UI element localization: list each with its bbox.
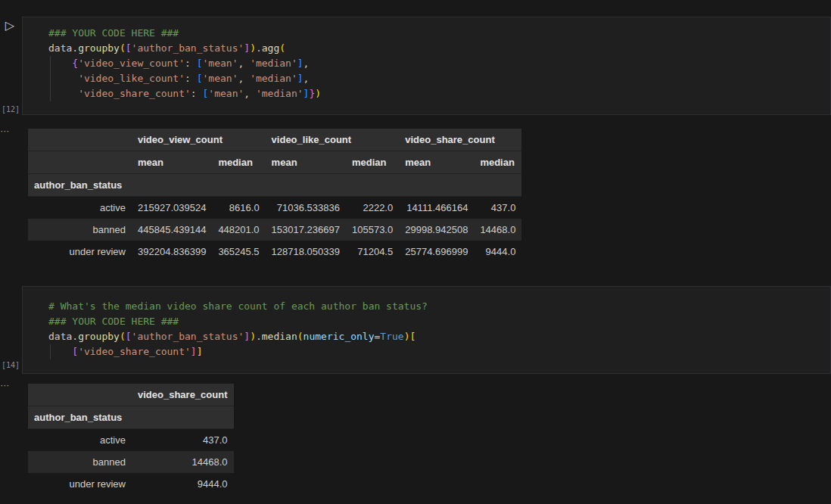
code-token-b3: [ — [197, 73, 203, 84]
code-token-tx: data. — [48, 331, 78, 342]
column-group-header: video_share_count — [132, 384, 234, 406]
output-actions-ellipsis-1[interactable]: ··· — [1, 128, 10, 135]
value-cell: 2222.0 — [346, 197, 399, 219]
value-cell: 71204.5 — [346, 241, 399, 263]
value-cell: 25774.696999 — [399, 241, 474, 263]
table-row: under review9444.0 — [28, 473, 234, 495]
code-token-fn: groupby — [78, 331, 120, 342]
code-token-b2: ] — [244, 331, 250, 342]
code-token-st: 'mean' — [208, 88, 244, 99]
code-token-b2: ] — [191, 346, 197, 357]
code-token-cm: ### YOUR CODE HERE ### — [48, 27, 179, 39]
column-group-header: video_like_count — [266, 129, 400, 151]
code-token-st: 'video_view_count' — [78, 58, 185, 69]
code-token-tx: data. — [48, 42, 78, 54]
code-token-tx: : — [191, 88, 203, 99]
code-token-b3: [ — [197, 58, 203, 69]
code-token-tx: , — [238, 58, 250, 69]
column-subheader: median — [212, 151, 265, 174]
table-header: video_view_countvideo_like_countvideo_sh… — [28, 129, 521, 197]
code-cell-2[interactable]: # What's the median video share count of… — [22, 286, 831, 374]
code-token-pm: numeric_only — [303, 331, 375, 342]
value-cell: 29998.942508 — [399, 219, 474, 241]
code-token-tx: . — [256, 42, 262, 54]
code-token-tx — [48, 88, 78, 99]
value-cell: 14111.466164 — [399, 197, 474, 219]
code-token-b1: ( — [279, 42, 285, 54]
code-token-tx — [48, 346, 72, 357]
column-subheader: median — [346, 151, 399, 174]
value-cell: 9444.0 — [132, 473, 234, 495]
code-token-b1: ( — [120, 331, 126, 342]
code-token-st: 'median' — [256, 88, 303, 99]
row-index-cell: under review — [28, 241, 132, 263]
code-token-b1: ) — [315, 88, 321, 99]
code-token-b1: ] — [197, 346, 203, 357]
code-token-b2: [ — [126, 42, 132, 54]
code-line: 'video_like_count': ['mean', 'median'], — [48, 71, 830, 86]
table-body: active215927.0395248616.071036.533836222… — [28, 197, 521, 263]
code-line: 'video_share_count': ['mean', 'median']}… — [48, 86, 830, 101]
code-editor-2[interactable]: # What's the median video share count of… — [23, 287, 830, 359]
code-token-st: 'video_like_count' — [78, 73, 185, 84]
value-cell: 9444.0 — [474, 241, 521, 263]
row-index-cell: active — [28, 429, 132, 452]
code-token-tx: , — [244, 88, 256, 99]
code-line: data.groupby(['author_ban_status']).medi… — [48, 329, 830, 344]
dataframe-agg: video_view_countvideo_like_countvideo_sh… — [28, 129, 521, 263]
table-row: active215927.0395248616.071036.533836222… — [28, 197, 521, 219]
table-row: under review392204.836399365245.5128718.… — [28, 241, 521, 263]
code-token-cm: # What's the median video share count of… — [48, 300, 428, 312]
value-cell: 365245.5 — [212, 241, 265, 263]
value-cell: 215927.039524 — [132, 197, 212, 219]
code-line: ### YOUR CODE HERE ### — [48, 314, 830, 329]
code-token-tx: : — [185, 73, 197, 84]
code-token-b1: ) — [250, 42, 256, 54]
code-token-b1: ) — [250, 331, 256, 342]
execution-count-cell1: [12] — [2, 105, 20, 114]
code-token-b1: ( — [120, 42, 126, 54]
value-cell: 14468.0 — [474, 219, 521, 241]
table-row: banned445845.439144448201.0153017.236697… — [28, 219, 521, 241]
code-editor-1[interactable]: ### YOUR CODE HERE ###data.groupby(['aut… — [23, 17, 830, 101]
code-token-b2: ] — [244, 42, 250, 54]
run-cell-button[interactable]: ▷ — [2, 18, 17, 33]
column-subheader: mean — [132, 151, 212, 174]
code-cell-1[interactable]: ### YOUR CODE HERE ###data.groupby(['aut… — [22, 17, 831, 115]
output-table-agg: video_view_countvideo_like_countvideo_sh… — [28, 129, 521, 263]
value-cell: 448201.0 — [212, 219, 265, 241]
column-group-header: video_view_count — [132, 129, 266, 151]
code-token-b3: ] — [297, 58, 303, 69]
code-token-fn: agg — [262, 42, 279, 54]
table-row: active437.0 — [28, 429, 234, 452]
code-token-st: 'mean' — [203, 58, 238, 69]
dataframe-median: video_share_countauthor_ban_statusactive… — [28, 384, 234, 495]
code-token-fn: groupby — [78, 42, 120, 54]
value-cell: 105573.0 — [346, 219, 399, 241]
value-cell: 14468.0 — [132, 451, 234, 473]
code-token-fn: median — [262, 331, 297, 342]
column-subheader: mean — [266, 151, 346, 174]
code-line: {'video_view_count': ['mean', 'median'], — [48, 56, 830, 71]
code-token-tx — [48, 73, 78, 84]
code-line: # What's the median video share count of… — [48, 299, 830, 314]
table-header: video_share_countauthor_ban_status — [28, 384, 234, 429]
code-token-st: 'video_share_count' — [78, 346, 191, 357]
code-token-b3: ] — [297, 73, 303, 84]
notebook-page: ▷ [12] ··· [14] ··· ### YOUR CODE HERE #… — [0, 0, 831, 504]
column-subheader: mean — [399, 151, 474, 174]
row-index-cell: banned — [28, 451, 132, 473]
code-token-st: 'median' — [250, 73, 297, 84]
indent-guide — [50, 344, 51, 359]
output-actions-ellipsis-2[interactable]: ··· — [1, 382, 10, 390]
row-index-cell: active — [28, 197, 132, 219]
value-cell: 128718.050339 — [266, 241, 346, 263]
code-token-st: 'author_ban_status' — [132, 42, 244, 54]
header-spacer — [28, 129, 132, 151]
code-token-tx: , — [238, 73, 250, 84]
value-cell: 437.0 — [474, 197, 521, 219]
value-cell: 392204.836399 — [132, 241, 212, 263]
value-cell: 445845.439144 — [132, 219, 212, 241]
code-token-st: 'mean' — [203, 73, 238, 84]
code-token-b2: [ — [72, 346, 78, 357]
